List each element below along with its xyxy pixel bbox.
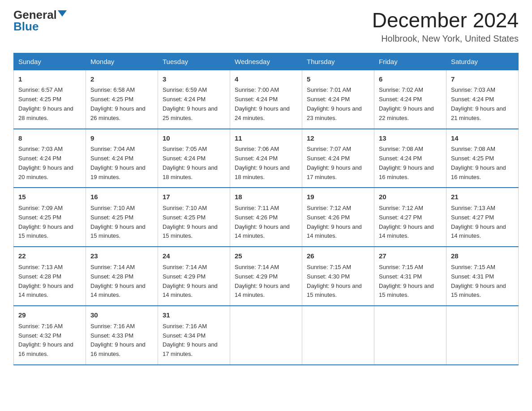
day-number: 21 — [451, 192, 514, 202]
day-daylight: Daylight: 9 hours and 18 minutes. — [235, 164, 290, 180]
day-sunset: Sunset: 4:25 PM — [90, 96, 133, 103]
day-sunset: Sunset: 4:28 PM — [18, 273, 61, 280]
calendar-cell: 7 Sunrise: 7:03 AM Sunset: 4:24 PM Dayli… — [446, 70, 519, 128]
day-sunset: Sunset: 4:24 PM — [163, 155, 206, 162]
day-daylight: Daylight: 9 hours and 14 minutes. — [90, 283, 146, 299]
day-daylight: Daylight: 9 hours and 21 minutes. — [451, 105, 506, 121]
day-sunrise: Sunrise: 6:59 AM — [163, 86, 207, 93]
day-number: 19 — [307, 192, 369, 202]
day-daylight: Daylight: 9 hours and 22 minutes. — [379, 105, 434, 121]
day-daylight: Daylight: 9 hours and 15 minutes. — [90, 223, 146, 240]
day-sunrise: Sunrise: 7:05 AM — [163, 146, 207, 152]
day-daylight: Daylight: 9 hours and 15 minutes. — [379, 283, 434, 299]
day-sunset: Sunset: 4:26 PM — [307, 214, 350, 221]
day-sunrise: Sunrise: 7:10 AM — [163, 205, 207, 211]
calendar-cell: 22 Sunrise: 7:13 AM Sunset: 4:28 PM Dayl… — [14, 247, 86, 306]
day-header-monday: Monday — [86, 53, 158, 70]
day-daylight: Daylight: 9 hours and 14 minutes. — [18, 283, 73, 299]
day-sunrise: Sunrise: 7:16 AM — [18, 323, 63, 330]
day-number: 22 — [18, 251, 81, 261]
day-header-saturday: Saturday — [446, 53, 519, 70]
day-number: 28 — [451, 251, 514, 261]
day-sunset: Sunset: 4:28 PM — [90, 273, 133, 280]
calendar-cell: 25 Sunrise: 7:14 AM Sunset: 4:29 PM Dayl… — [230, 247, 302, 306]
day-number: 16 — [90, 192, 153, 202]
calendar-cell: 17 Sunrise: 7:10 AM Sunset: 4:25 PM Dayl… — [158, 188, 230, 247]
day-daylight: Daylight: 9 hours and 15 minutes. — [451, 283, 506, 299]
day-number: 20 — [379, 192, 442, 202]
day-sunset: Sunset: 4:24 PM — [307, 155, 350, 162]
day-sunset: Sunset: 4:31 PM — [379, 273, 422, 280]
calendar-cell: 23 Sunrise: 7:14 AM Sunset: 4:28 PM Dayl… — [86, 247, 158, 306]
calendar-cell: 24 Sunrise: 7:14 AM Sunset: 4:29 PM Dayl… — [158, 247, 230, 306]
day-daylight: Daylight: 9 hours and 14 minutes. — [379, 223, 434, 240]
day-number: 1 — [18, 74, 81, 84]
calendar-cell: 9 Sunrise: 7:04 AM Sunset: 4:24 PM Dayli… — [86, 129, 158, 188]
day-sunrise: Sunrise: 6:58 AM — [90, 86, 135, 93]
day-sunrise: Sunrise: 7:16 AM — [163, 323, 207, 330]
day-daylight: Daylight: 9 hours and 15 minutes. — [18, 223, 73, 240]
day-sunset: Sunset: 4:25 PM — [90, 214, 133, 221]
day-daylight: Daylight: 9 hours and 15 minutes. — [163, 223, 218, 240]
calendar-cell: 20 Sunrise: 7:12 AM Sunset: 4:27 PM Dayl… — [374, 188, 446, 247]
calendar-cell — [230, 306, 302, 365]
day-number: 15 — [18, 192, 81, 202]
day-sunset: Sunset: 4:27 PM — [451, 214, 494, 221]
week-row-5: 29 Sunrise: 7:16 AM Sunset: 4:32 PM Dayl… — [14, 306, 519, 365]
calendar-cell: 29 Sunrise: 7:16 AM Sunset: 4:32 PM Dayl… — [14, 306, 86, 365]
calendar-cell — [374, 306, 446, 365]
calendar-cell: 27 Sunrise: 7:15 AM Sunset: 4:31 PM Dayl… — [374, 247, 446, 306]
calendar-cell — [302, 306, 374, 365]
days-header-row: SundayMondayTuesdayWednesdayThursdayFrid… — [14, 53, 519, 70]
calendar-cell: 11 Sunrise: 7:06 AM Sunset: 4:24 PM Dayl… — [230, 129, 302, 188]
day-header-tuesday: Tuesday — [158, 53, 230, 70]
title-block: December 2024 Holbrook, New York, United… — [372, 9, 519, 44]
day-number: 11 — [235, 133, 297, 143]
day-sunset: Sunset: 4:33 PM — [90, 332, 133, 339]
day-sunset: Sunset: 4:24 PM — [163, 96, 206, 103]
calendar-subtitle: Holbrook, New York, United States — [372, 34, 519, 44]
day-header-thursday: Thursday — [302, 53, 374, 70]
calendar-cell: 10 Sunrise: 7:05 AM Sunset: 4:24 PM Dayl… — [158, 129, 230, 188]
day-sunset: Sunset: 4:24 PM — [235, 96, 278, 103]
calendar-cell: 13 Sunrise: 7:08 AM Sunset: 4:24 PM Dayl… — [374, 129, 446, 188]
day-sunrise: Sunrise: 7:10 AM — [90, 205, 135, 211]
day-sunrise: Sunrise: 6:57 AM — [18, 86, 63, 93]
day-sunrise: Sunrise: 7:04 AM — [90, 146, 135, 152]
calendar-cell: 26 Sunrise: 7:15 AM Sunset: 4:30 PM Dayl… — [302, 247, 374, 306]
day-daylight: Daylight: 9 hours and 14 minutes. — [451, 223, 506, 240]
day-sunset: Sunset: 4:30 PM — [307, 273, 350, 280]
day-number: 2 — [90, 74, 153, 84]
day-sunset: Sunset: 4:26 PM — [235, 214, 278, 221]
calendar-cell: 18 Sunrise: 7:11 AM Sunset: 4:26 PM Dayl… — [230, 188, 302, 247]
calendar-cell: 19 Sunrise: 7:12 AM Sunset: 4:26 PM Dayl… — [302, 188, 374, 247]
day-number: 3 — [163, 74, 225, 84]
calendar-cell: 6 Sunrise: 7:02 AM Sunset: 4:24 PM Dayli… — [374, 70, 446, 128]
day-sunset: Sunset: 4:24 PM — [379, 96, 422, 103]
calendar-title: December 2024 — [372, 9, 519, 32]
day-daylight: Daylight: 9 hours and 16 minutes. — [379, 164, 434, 180]
day-sunrise: Sunrise: 7:00 AM — [235, 86, 279, 93]
calendar-cell: 8 Sunrise: 7:03 AM Sunset: 4:24 PM Dayli… — [14, 129, 86, 188]
day-header-friday: Friday — [374, 53, 446, 70]
day-daylight: Daylight: 9 hours and 16 minutes. — [90, 341, 146, 357]
day-daylight: Daylight: 9 hours and 17 minutes. — [307, 164, 362, 180]
day-sunrise: Sunrise: 7:16 AM — [90, 323, 135, 330]
logo-general-text: General — [13, 9, 57, 21]
day-daylight: Daylight: 9 hours and 16 minutes. — [18, 341, 73, 357]
day-sunrise: Sunrise: 7:12 AM — [379, 205, 423, 211]
day-sunrise: Sunrise: 7:01 AM — [307, 86, 351, 93]
day-sunset: Sunset: 4:24 PM — [451, 96, 494, 103]
day-sunrise: Sunrise: 7:14 AM — [235, 264, 279, 270]
day-number: 18 — [235, 192, 297, 202]
day-header-sunday: Sunday — [14, 53, 86, 70]
day-daylight: Daylight: 9 hours and 15 minutes. — [307, 283, 362, 299]
day-number: 29 — [18, 310, 81, 320]
calendar-cell: 2 Sunrise: 6:58 AM Sunset: 4:25 PM Dayli… — [86, 70, 158, 128]
calendar-cell: 28 Sunrise: 7:15 AM Sunset: 4:31 PM Dayl… — [446, 247, 519, 306]
day-number: 27 — [379, 251, 442, 261]
day-number: 26 — [307, 251, 369, 261]
day-number: 13 — [379, 133, 442, 143]
day-sunset: Sunset: 4:32 PM — [18, 332, 61, 339]
day-number: 24 — [163, 251, 225, 261]
